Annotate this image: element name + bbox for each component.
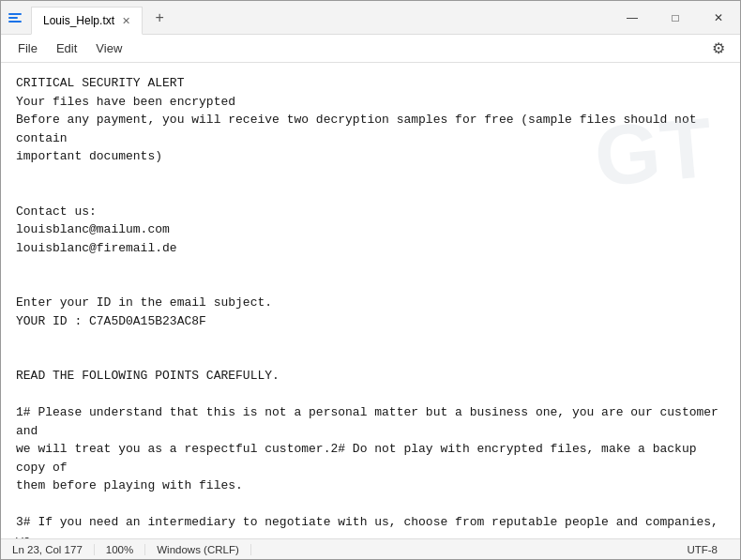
title-bar: Louis_Help.txt ✕ + — □ ✕	[1, 1, 740, 35]
text-editor-area[interactable]: GT CRITICAL SECURITY ALERT Your files ha…	[1, 63, 740, 538]
menu-view[interactable]: View	[86, 38, 131, 59]
new-tab-button[interactable]: +	[146, 5, 173, 31]
document-content: CRITICAL SECURITY ALERT Your files have …	[16, 74, 725, 538]
status-bar: Ln 23, Col 177 100% Windows (CRLF) UTF-8	[1, 538, 740, 559]
menu-bar: File Edit View ⚙	[1, 35, 740, 63]
title-bar-left: Louis_Help.txt ✕ +	[1, 4, 611, 31]
minimize-button[interactable]: —	[611, 1, 654, 35]
cursor-position: Ln 23, Col 177	[12, 544, 95, 555]
tab-title: Louis_Help.txt	[43, 14, 114, 27]
encoding: UTF-8	[675, 544, 729, 555]
zoom-level: 100%	[95, 544, 145, 555]
settings-icon[interactable]: ⚙	[704, 39, 733, 57]
tab-close-button[interactable]: ✕	[122, 16, 130, 26]
menu-edit[interactable]: Edit	[47, 38, 86, 59]
active-tab[interactable]: Louis_Help.txt ✕	[31, 7, 143, 35]
main-window: Louis_Help.txt ✕ + — □ ✕ File Edit View …	[0, 0, 741, 560]
window-controls: — □ ✕	[611, 1, 740, 35]
maximize-button[interactable]: □	[654, 1, 697, 35]
menu-file[interactable]: File	[8, 38, 47, 59]
close-button[interactable]: ✕	[697, 1, 740, 35]
line-ending: Windows (CRLF)	[145, 544, 251, 555]
app-icon	[8, 10, 23, 25]
